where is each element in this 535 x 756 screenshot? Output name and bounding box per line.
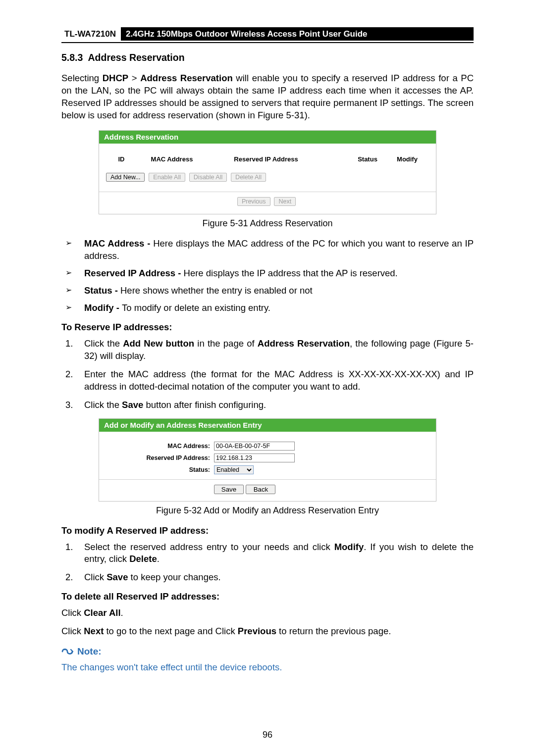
ip-label: Reserved IP Address: xyxy=(106,454,214,461)
form-row-status: Status: Enabled xyxy=(106,465,429,474)
ip-input[interactable] xyxy=(214,454,295,462)
figure-5-31: Address Reservation ID MAC Address Reser… xyxy=(99,130,436,214)
form-row-mac: MAC Address: xyxy=(106,442,429,451)
figure-5-32-caption: Figure 5-32 Add or Modify an Address Res… xyxy=(61,505,474,516)
delete-all-heading: To delete all Reserved IP addresses: xyxy=(61,591,474,603)
intro-paragraph: Selecting DHCP > Address Reservation wil… xyxy=(61,72,474,122)
list-item: Modify - To modify or delete an existing… xyxy=(61,302,474,314)
col-ip: Reserved IP Address xyxy=(209,155,323,163)
back-button[interactable]: Back xyxy=(246,485,275,494)
section-number: 5.8.3 xyxy=(61,52,83,63)
list-item: MAC Address - Here displays the MAC addr… xyxy=(61,238,474,262)
col-mac: MAC Address xyxy=(135,155,209,163)
section-title: Address Reservation xyxy=(88,52,185,63)
section-heading: 5.8.3 Address Reservation xyxy=(61,52,474,63)
reserve-steps: Click the Add New button in the page of … xyxy=(61,338,474,411)
disable-all-button[interactable]: Disable All xyxy=(189,173,227,182)
doc-title: 2.4GHz 150Mbps Outdoor Wireless Access P… xyxy=(121,27,474,41)
mac-input[interactable] xyxy=(214,442,295,451)
list-item: Click Save to keep your changes. xyxy=(61,571,474,584)
list-item: Enter the MAC address (the format for th… xyxy=(61,368,474,393)
col-modify: Modify xyxy=(387,155,427,163)
delete-all-line2: Click Next to go to the next page and Cl… xyxy=(61,625,474,638)
figure-5-31-caption: Figure 5-31 Address Reservation xyxy=(61,218,474,229)
list-item: Status - Here shows whether the entry is… xyxy=(61,285,474,297)
panel-title: Add or Modify an Address Reservation Ent… xyxy=(99,419,436,432)
header-rule xyxy=(61,42,474,43)
divider xyxy=(99,479,436,480)
doc-header: TL-WA7210N 2.4GHz 150Mbps Outdoor Wirele… xyxy=(61,27,474,41)
status-label: Status: xyxy=(106,466,214,473)
divider xyxy=(99,192,436,192)
page-number: 96 xyxy=(0,730,535,740)
note-icon xyxy=(61,647,73,656)
next-button[interactable]: Next xyxy=(274,197,296,206)
note-body: The changes won't take effect until the … xyxy=(61,662,474,673)
list-item: Reserved IP Address - Here displays the … xyxy=(61,267,474,280)
modify-steps: Select the reserved address entry to you… xyxy=(61,541,474,584)
modify-heading: To modify A Reserved IP address: xyxy=(61,525,474,537)
page: TL-WA7210N 2.4GHz 150Mbps Outdoor Wirele… xyxy=(0,0,535,756)
pagination: Previous Next xyxy=(106,197,429,209)
list-item: Select the reserved address entry to you… xyxy=(61,541,474,566)
enable-all-button[interactable]: Enable All xyxy=(149,173,185,182)
form-row-ip: Reserved IP Address: xyxy=(106,454,429,462)
list-item: Click the Save button after finish confi… xyxy=(61,399,474,411)
list-item: Click the Add New button in the page of … xyxy=(61,338,474,362)
save-button[interactable]: Save xyxy=(214,485,244,494)
col-status: Status xyxy=(348,155,387,163)
mac-label: MAC Address: xyxy=(106,443,214,450)
previous-button[interactable]: Previous xyxy=(237,197,270,206)
status-select[interactable]: Enabled xyxy=(214,465,254,474)
table-header: ID MAC Address Reserved IP Address Statu… xyxy=(106,155,429,173)
col-id: ID xyxy=(108,155,135,163)
reserve-heading: To Reserve IP addresses: xyxy=(61,321,474,334)
add-new-button[interactable]: Add New... xyxy=(106,173,145,182)
delete-all-button[interactable]: Delete All xyxy=(231,173,266,182)
button-row: Add New... Enable All Disable All Delete… xyxy=(106,173,429,187)
figure-5-32: Add or Modify an Address Reservation Ent… xyxy=(99,418,436,502)
delete-all-line1: Click Clear All. xyxy=(61,607,474,619)
panel-title: Address Reservation xyxy=(99,131,436,144)
product-model: TL-WA7210N xyxy=(61,27,121,41)
note-label: Note: xyxy=(77,646,102,657)
field-definitions: MAC Address - Here displays the MAC addr… xyxy=(61,238,474,314)
note-heading: Note: xyxy=(61,646,474,657)
